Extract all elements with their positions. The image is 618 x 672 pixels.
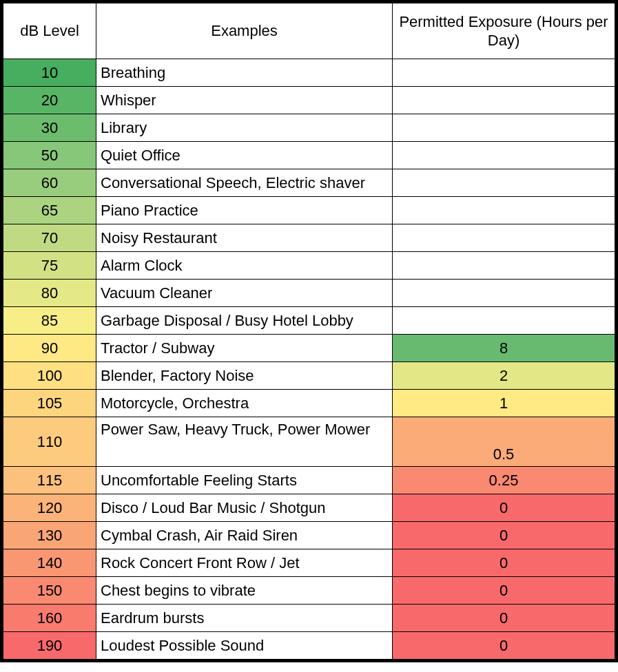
example-cell: Piano Practice: [96, 197, 393, 224]
example-cell: Whisper: [96, 87, 393, 114]
table-row: 150Chest begins to vibrate0: [3, 577, 615, 605]
table-row: 120Disco / Loud Bar Music / Shotgun0: [3, 494, 615, 522]
exposure-cell: 8: [393, 335, 615, 362]
table-row: 65Piano Practice: [3, 197, 615, 224]
exposure-cell: 0.25: [393, 467, 615, 494]
header-row: dB Level Examples Permitted Exposure (Ho…: [3, 3, 615, 59]
exposure-cell: [393, 280, 615, 307]
example-cell: Rock Concert Front Row / Jet: [96, 549, 393, 577]
exposure-cell: [393, 197, 615, 224]
exposure-cell: [393, 169, 615, 197]
db-level-cell: 20: [3, 87, 96, 114]
table-row: 85Garbage Disposal / Busy Hotel Lobby: [3, 307, 615, 335]
exposure-cell: 1: [393, 390, 615, 417]
example-cell: Conversational Speech, Electric shaver: [96, 169, 393, 197]
exposure-cell: [393, 59, 615, 87]
exposure-cell: 0.5: [393, 417, 615, 467]
db-level-cell: 80: [3, 280, 96, 307]
exposure-cell: [393, 142, 615, 169]
exposure-cell: [393, 114, 615, 142]
db-level-cell: 105: [3, 390, 96, 417]
example-cell: Motorcycle, Orchestra: [96, 390, 393, 417]
example-cell: Library: [96, 114, 393, 142]
example-cell: Power Saw, Heavy Truck, Power Mower: [96, 417, 393, 467]
header-examples: Examples: [96, 3, 393, 59]
db-level-cell: 65: [3, 197, 96, 224]
exposure-cell: 0: [393, 577, 615, 605]
table-row: 30Library: [3, 114, 615, 142]
table-row: 90Tractor / Subway8: [3, 335, 615, 362]
table-row: 70Noisy Restaurant: [3, 224, 615, 252]
table-row: 60Conversational Speech, Electric shaver: [3, 169, 615, 197]
example-cell: Alarm Clock: [96, 252, 393, 280]
db-level-cell: 70: [3, 224, 96, 252]
example-cell: Eardrum bursts: [96, 605, 393, 632]
table-row: 75Alarm Clock: [3, 252, 615, 280]
example-cell: Chest begins to vibrate: [96, 577, 393, 605]
example-cell: Noisy Restaurant: [96, 224, 393, 252]
db-level-cell: 190: [3, 632, 96, 660]
example-cell: Loudest Possible Sound: [96, 632, 393, 660]
exposure-cell: [393, 252, 615, 280]
exposure-cell: 0: [393, 549, 615, 577]
db-level-cell: 140: [3, 549, 96, 577]
table-row: 160Eardrum bursts0: [3, 605, 615, 632]
table-row: 20Whisper: [3, 87, 615, 114]
db-level-cell: 160: [3, 605, 96, 632]
example-cell: Quiet Office: [96, 142, 393, 169]
db-level-cell: 100: [3, 362, 96, 390]
table-row: 10Breathing: [3, 59, 615, 87]
exposure-cell: 0: [393, 522, 615, 549]
table-row: 105Motorcycle, Orchestra1: [3, 390, 615, 417]
exposure-cell: [393, 87, 615, 114]
header-db: dB Level: [3, 3, 96, 59]
db-level-cell: 130: [3, 522, 96, 549]
example-cell: Breathing: [96, 59, 393, 87]
example-cell: Cymbal Crash, Air Raid Siren: [96, 522, 393, 549]
db-level-cell: 120: [3, 494, 96, 522]
exposure-cell: 2: [393, 362, 615, 390]
table-row: 110Power Saw, Heavy Truck, Power Mower0.…: [3, 417, 615, 467]
db-level-cell: 10: [3, 59, 96, 87]
db-level-cell: 50: [3, 142, 96, 169]
example-cell: Garbage Disposal / Busy Hotel Lobby: [96, 307, 393, 335]
db-level-cell: 75: [3, 252, 96, 280]
example-cell: Disco / Loud Bar Music / Shotgun: [96, 494, 393, 522]
table-row: 80Vacuum Cleaner: [3, 280, 615, 307]
exposure-cell: [393, 307, 615, 335]
table-row: 115Uncomfortable Feeling Starts0.25: [3, 467, 615, 494]
table-row: 100Blender, Factory Noise2: [3, 362, 615, 390]
exposure-cell: 0: [393, 605, 615, 632]
db-level-cell: 115: [3, 467, 96, 494]
exposure-cell: 0: [393, 494, 615, 522]
table-row: 140Rock Concert Front Row / Jet0: [3, 549, 615, 577]
db-level-cell: 90: [3, 335, 96, 362]
table-row: 130Cymbal Crash, Air Raid Siren0: [3, 522, 615, 549]
db-level-cell: 110: [3, 417, 96, 467]
header-exposure: Permitted Exposure (Hours per Day): [393, 3, 615, 59]
exposure-cell: [393, 224, 615, 252]
db-level-cell: 85: [3, 307, 96, 335]
exposure-cell: 0: [393, 632, 615, 660]
db-level-cell: 60: [3, 169, 96, 197]
db-exposure-table: dB Level Examples Permitted Exposure (Ho…: [3, 3, 615, 660]
db-level-cell: 30: [3, 114, 96, 142]
table-row: 50Quiet Office: [3, 142, 615, 169]
example-cell: Blender, Factory Noise: [96, 362, 393, 390]
example-cell: Vacuum Cleaner: [96, 280, 393, 307]
example-cell: Tractor / Subway: [96, 335, 393, 362]
db-exposure-table-wrap: dB Level Examples Permitted Exposure (Ho…: [0, 0, 618, 662]
example-cell: Uncomfortable Feeling Starts: [96, 467, 393, 494]
db-level-cell: 150: [3, 577, 96, 605]
table-row: 190Loudest Possible Sound0: [3, 632, 615, 660]
